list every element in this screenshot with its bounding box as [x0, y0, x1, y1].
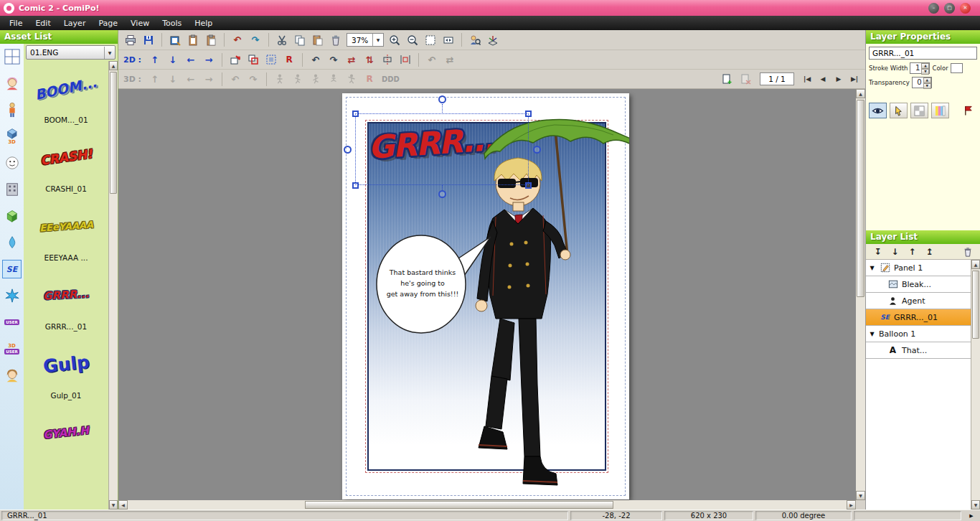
nudge-down-button[interactable]: ↓	[164, 52, 182, 68]
nudge-up-button[interactable]: ↑	[146, 52, 164, 68]
scroll-up-icon[interactable]: ▲	[109, 61, 118, 70]
nav-last-page-button[interactable]: ▶|	[847, 72, 862, 86]
stroke-width-stepper[interactable]: 1 ▲▼	[910, 62, 930, 74]
spin-down-icon[interactable]: ▼	[921, 69, 929, 75]
scrollbar-thumb[interactable]	[972, 271, 979, 339]
nudge-3d-left-button[interactable]: ←	[182, 71, 199, 88]
zoom-in-button[interactable]	[386, 32, 403, 48]
undo-button[interactable]: ↶	[229, 32, 246, 48]
preview-button[interactable]	[466, 32, 484, 48]
scroll-up-icon[interactable]: ▲	[856, 89, 865, 98]
resize-handle-w[interactable]	[344, 146, 352, 154]
pose-2-button[interactable]	[289, 71, 306, 88]
nav-next-page-button[interactable]: ▶	[831, 72, 846, 86]
asset-category-se-icon[interactable]: SE	[2, 260, 22, 278]
move-layer-down-button[interactable]: ↓	[890, 247, 900, 257]
reset-rotation-button[interactable]: ↶	[423, 52, 440, 68]
move-layer-top-button[interactable]: ↥	[924, 247, 935, 257]
reset-3d-button[interactable]: R	[361, 71, 378, 88]
pose-1-button[interactable]	[271, 71, 288, 88]
canvas[interactable]: GRRR...	[118, 89, 856, 500]
delete-layer-button[interactable]	[963, 247, 974, 257]
asset-category-user-2d-icon[interactable]: USER	[2, 313, 22, 332]
nudge-3d-up-button[interactable]: ↑	[146, 71, 164, 88]
expander-icon[interactable]: ▼	[868, 265, 876, 271]
scroll-right-icon[interactable]: ▶	[847, 500, 856, 510]
nudge-3d-down-button[interactable]: ↓	[164, 71, 182, 88]
fit-width-button[interactable]	[440, 32, 457, 48]
pose-4-button[interactable]	[325, 71, 342, 88]
spin-down-icon[interactable]: ▼	[923, 83, 931, 89]
reset-2d-button[interactable]: R	[281, 52, 298, 68]
asset-category-face-icon[interactable]	[2, 154, 22, 172]
snap-size-button[interactable]	[245, 52, 262, 68]
delete-page-button[interactable]	[737, 71, 754, 88]
redo-button[interactable]: ↷	[247, 32, 264, 48]
close-button[interactable]: ✕	[960, 3, 971, 14]
maximize-button[interactable]: ▢	[944, 3, 955, 14]
cut-button[interactable]	[273, 32, 291, 48]
scroll-left-icon[interactable]: ◀	[118, 500, 128, 510]
resize-handle-ne[interactable]	[525, 111, 532, 117]
copy-button[interactable]	[291, 32, 308, 48]
asset-item-grrr[interactable]: GRRR... GRRR..._01	[24, 275, 108, 344]
asset-category-user-3d-icon[interactable]: 3DUSER	[2, 339, 22, 358]
rotate-3d-cw-button[interactable]: ↷	[245, 71, 262, 88]
layer-list-scrollbar[interactable]: ▲ ▼	[971, 260, 980, 510]
menu-help[interactable]: Help	[188, 17, 219, 29]
flip-horizontal-button[interactable]: ⇄	[343, 52, 360, 68]
minimize-button[interactable]: –	[928, 3, 939, 14]
transparency-stepper[interactable]: 0 ▲▼	[912, 77, 932, 88]
nudge-right-button[interactable]: →	[200, 52, 217, 68]
copy-page-button[interactable]	[184, 32, 202, 48]
snap-position-button[interactable]	[227, 52, 244, 68]
scrollbar-thumb[interactable]	[110, 72, 117, 194]
status-expand-arrow-icon[interactable]: ▶	[963, 511, 979, 520]
menu-edit[interactable]: Edit	[29, 17, 57, 29]
asset-item-eeeyaaa[interactable]: EEeYAAAA EEEYAAA ...	[24, 206, 108, 275]
menu-view[interactable]: View	[124, 17, 156, 29]
layer-row-grrr[interactable]: SE GRRR..._01	[866, 309, 971, 326]
page-indicator[interactable]: 1 / 1	[760, 72, 794, 85]
zoom-level-select[interactable]: 37% ▼	[347, 33, 384, 47]
import-page-button[interactable]	[166, 32, 184, 48]
rotate-3d-ccw-button[interactable]: ↶	[227, 71, 244, 88]
asset-category-background-icon[interactable]	[2, 180, 22, 199]
resize-handle-se[interactable]	[525, 182, 532, 189]
color-gradient-button[interactable]	[931, 103, 949, 118]
reset-scale-button[interactable]: ⇄	[441, 52, 458, 68]
spin-up-icon[interactable]: ▲	[923, 78, 931, 83]
distribute-button[interactable]	[397, 52, 414, 68]
layer-row-bleak[interactable]: Bleak...	[866, 276, 971, 293]
asset-category-sample-icon[interactable]	[2, 366, 22, 385]
layer-name-field[interactable]: GRRR..._01	[869, 47, 977, 60]
scrollbar-thumb[interactable]	[857, 100, 864, 297]
transparency-pattern-button[interactable]	[910, 103, 928, 118]
scroll-down-icon[interactable]: ▼	[971, 500, 980, 510]
view-3d-settings-button[interactable]	[484, 32, 501, 48]
scroll-down-icon[interactable]: ▼	[109, 500, 118, 510]
canvas-vertical-scrollbar[interactable]: ▲ ▼	[856, 89, 865, 500]
resize-handle-e[interactable]	[533, 146, 541, 154]
rotate-ccw-button[interactable]: ↶	[307, 52, 324, 68]
flip-vertical-button[interactable]: ⇅	[361, 52, 378, 68]
nudge-left-button[interactable]: ←	[182, 52, 199, 68]
asset-category-panel-icon[interactable]	[2, 47, 22, 66]
resize-handle-s[interactable]	[438, 190, 446, 198]
canvas-horizontal-scrollbar[interactable]: ◀ ▶	[118, 500, 856, 510]
center-horizontal-button[interactable]	[379, 52, 396, 68]
delete-button[interactable]	[327, 32, 344, 48]
menu-tools[interactable]: Tools	[156, 17, 188, 29]
paste-page-button[interactable]	[202, 32, 220, 48]
save-button[interactable]	[140, 32, 157, 48]
scrollbar-thumb[interactable]	[305, 501, 613, 509]
scroll-up-icon[interactable]: ▲	[971, 260, 980, 269]
asset-category-character-icon[interactable]	[2, 74, 22, 93]
spin-up-icon[interactable]: ▲	[921, 63, 929, 69]
asset-category-3d-icon[interactable]: 3D	[2, 127, 22, 146]
balloon-text[interactable]: That bastard thinks he's going to get aw…	[380, 267, 466, 300]
pose-3-button[interactable]	[307, 71, 324, 88]
stroke-color-swatch[interactable]	[951, 63, 963, 73]
chevron-down-icon[interactable]: ▼	[104, 47, 115, 59]
add-page-button[interactable]	[718, 71, 735, 88]
